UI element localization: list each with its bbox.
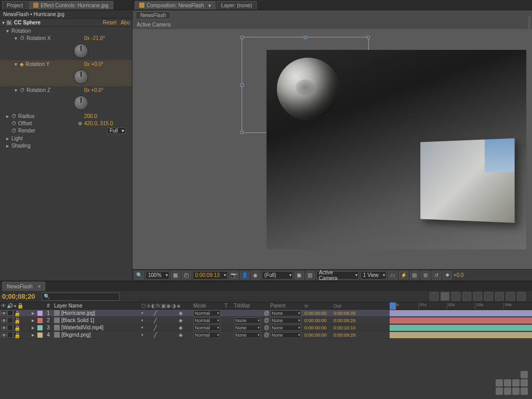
reset-exposure-icon[interactable]: ↺ bbox=[432, 271, 441, 280]
chevron-right-icon[interactable]: ▸ bbox=[6, 143, 11, 149]
light-group[interactable]: ▸Light bbox=[0, 135, 132, 142]
solo-toggle[interactable] bbox=[7, 325, 13, 330]
out-header[interactable]: Out bbox=[334, 303, 363, 309]
layer-name-header[interactable]: Layer Name bbox=[53, 303, 141, 309]
layer-switches[interactable]: •╱◈ bbox=[141, 317, 193, 323]
layer-bar[interactable] bbox=[390, 332, 532, 338]
snapshot-icon[interactable]: 📷 bbox=[229, 271, 238, 280]
in-time[interactable]: 0:00:00:00 bbox=[304, 332, 334, 338]
layer-tab[interactable]: Layer: (none) bbox=[217, 1, 257, 9]
rotation-x-value[interactable]: 0x -21.0° bbox=[84, 35, 126, 41]
radius-value[interactable]: 200.0 bbox=[84, 113, 126, 119]
sphere-layer[interactable] bbox=[277, 58, 339, 120]
chevron-right-icon[interactable]: ▸ bbox=[6, 113, 11, 119]
about-link[interactable]: Abo bbox=[121, 20, 130, 25]
parent-dropdown[interactable]: None bbox=[270, 317, 301, 324]
time-display[interactable]: 0:00:09:13 bbox=[193, 271, 228, 280]
layer-bar[interactable] bbox=[390, 310, 532, 316]
exposure-value[interactable]: +0.0 bbox=[454, 272, 464, 278]
lock-toggle[interactable]: 🔒 bbox=[14, 325, 19, 330]
out-time[interactable]: 0:00:09:29 bbox=[334, 311, 363, 316]
rotation-group[interactable]: ▾Rotation bbox=[0, 27, 132, 34]
timeline-tab[interactable]: NewsFlash× bbox=[2, 282, 45, 291]
solo-toggle[interactable] bbox=[7, 317, 13, 323]
resize-handle[interactable] bbox=[241, 84, 244, 87]
layer-name-label[interactable]: [WaterfallVid.mp4] bbox=[61, 325, 103, 330]
trkmat-header[interactable]: TrkMat bbox=[234, 303, 263, 309]
expand-layer[interactable]: ▸ bbox=[29, 325, 36, 330]
rotation-y-value[interactable]: 0x +0.0° bbox=[84, 61, 126, 67]
viewer[interactable] bbox=[132, 29, 532, 269]
reset-button[interactable]: Reset bbox=[103, 20, 116, 25]
close-icon[interactable]: × bbox=[37, 284, 41, 289]
visibility-toggle[interactable]: 👁 bbox=[1, 317, 7, 323]
pickwhip-icon[interactable]: @ bbox=[263, 325, 270, 330]
resize-handle[interactable] bbox=[241, 36, 244, 39]
stopwatch-icon[interactable]: ⏱ bbox=[20, 87, 25, 93]
brainstorm-icon[interactable] bbox=[484, 292, 493, 301]
show-snapshot-icon[interactable]: 👤 bbox=[240, 271, 249, 280]
rotation-x-dial[interactable] bbox=[74, 44, 88, 58]
stopwatch-icon[interactable]: ⏱ bbox=[11, 121, 17, 126]
solo-toggle[interactable] bbox=[7, 332, 13, 338]
track-row[interactable] bbox=[390, 324, 532, 331]
expand-layer[interactable]: ▸ bbox=[29, 317, 36, 323]
stopwatch-icon[interactable]: ⏱ bbox=[11, 128, 17, 134]
shading-group[interactable]: ▸Shading bbox=[0, 142, 132, 149]
trkmat-dropdown[interactable]: None bbox=[234, 325, 261, 331]
chevron-down-icon[interactable]: ▾ bbox=[15, 35, 20, 41]
solo-icon[interactable]: ● bbox=[14, 303, 17, 309]
timeline-icon[interactable]: ▤ bbox=[410, 271, 419, 280]
search-input[interactable]: 🔍 bbox=[42, 292, 119, 301]
parent-dropdown[interactable]: None bbox=[270, 325, 301, 331]
lock-icon[interactable]: 🔒 bbox=[17, 303, 23, 309]
layer-row[interactable]: 👁🔒▸1[Hurricane.jpg]•╱◈Normal@None0:00:00… bbox=[0, 310, 390, 317]
out-time[interactable]: 0:00:10:10 bbox=[334, 325, 363, 330]
track-row[interactable] bbox=[390, 310, 532, 317]
render-dropdown[interactable]: Full bbox=[107, 127, 126, 134]
live-update-icon[interactable] bbox=[517, 292, 526, 301]
layer-switches[interactable]: •╱◈ bbox=[141, 325, 193, 330]
stopwatch-icon[interactable]: ⏱ bbox=[11, 113, 17, 119]
in-header[interactable]: In bbox=[304, 303, 334, 309]
grid-icon[interactable]: ▦ bbox=[171, 271, 180, 280]
eye-icon[interactable]: 👁 bbox=[1, 303, 6, 309]
chevron-down-icon[interactable]: ▾ bbox=[15, 61, 20, 67]
pixel-aspect-icon[interactable]: ▭ bbox=[388, 271, 397, 280]
comp-sub-tab[interactable]: NewsFlash bbox=[136, 11, 170, 19]
layer-switches[interactable]: •╱◈ bbox=[141, 310, 193, 316]
visibility-toggle[interactable]: 👁 bbox=[1, 332, 7, 338]
chevron-right-icon[interactable]: ▸ bbox=[6, 136, 11, 141]
blend-mode-dropdown[interactable]: Normal bbox=[193, 332, 220, 338]
motion-blur-icon[interactable] bbox=[473, 292, 482, 301]
resize-handle[interactable] bbox=[241, 131, 244, 134]
audio-icon[interactable]: 🔊 bbox=[7, 303, 13, 309]
track-row[interactable] bbox=[390, 317, 532, 324]
out-time[interactable]: 0:00:09:29 bbox=[334, 318, 363, 323]
lock-toggle[interactable]: 🔒 bbox=[14, 317, 19, 323]
in-time[interactable]: 0:00:00:00 bbox=[304, 318, 334, 323]
view-dropdown[interactable]: 1 View bbox=[361, 271, 387, 280]
layer-color-swatch[interactable] bbox=[37, 332, 43, 338]
mask-icon[interactable]: ◰ bbox=[182, 271, 191, 280]
pickwhip-icon[interactable]: @ bbox=[263, 317, 270, 323]
crosshair-icon[interactable]: ⊕ bbox=[78, 121, 82, 126]
draft3d-icon[interactable] bbox=[441, 292, 449, 301]
keyframe-icon[interactable]: ◆ bbox=[20, 61, 24, 67]
layer-row[interactable]: 👁🔒▸3[WaterfallVid.mp4]•╱◈NormalNone@None… bbox=[0, 324, 390, 331]
hide-shy-icon[interactable] bbox=[451, 292, 460, 301]
mode-header[interactable]: Mode bbox=[193, 303, 224, 309]
transparency-icon[interactable]: ▨ bbox=[305, 271, 315, 280]
layer-name-label[interactable]: [Hurricane.jpg] bbox=[61, 310, 95, 316]
project-tab[interactable]: Project bbox=[2, 1, 28, 9]
stopwatch-icon[interactable]: ⏱ bbox=[20, 35, 25, 41]
layer-row[interactable]: 👁🔒▸2[Black Solid 1]•╱◈NormalNone@None0:0… bbox=[0, 317, 390, 324]
channel-icon[interactable]: ◉ bbox=[251, 271, 260, 280]
blend-mode-dropdown[interactable]: Normal bbox=[193, 325, 220, 331]
blend-mode-dropdown[interactable]: Normal bbox=[193, 310, 220, 316]
track-row[interactable] bbox=[390, 331, 532, 339]
expand-layer[interactable]: ▸ bbox=[29, 310, 36, 316]
layer-bar[interactable] bbox=[390, 317, 532, 324]
lock-toggle[interactable]: 🔒 bbox=[14, 332, 19, 338]
effect-controls-tab[interactable]: Effect Controls: Hurricane.jpg bbox=[29, 1, 113, 9]
